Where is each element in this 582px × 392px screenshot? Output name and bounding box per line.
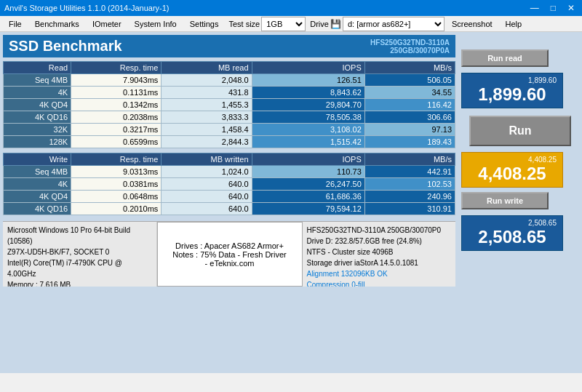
read-table: Read Resp. time MB read IOPS MB/s Seq 4M… [3, 61, 455, 148]
read-resp-3: 0.2038ms [71, 111, 162, 124]
write-mbs-3: 310.91 [364, 203, 455, 215]
main-content: SSD Benchmark HFS250G32TND-3110A 250GB/3… [0, 32, 582, 373]
read-row-label-3: 4K QD16 [4, 111, 71, 124]
write-row-label-3: 4K QD16 [4, 203, 71, 215]
write-table-row: Seq 4MB 9.0313ms 1,024.0 110.73 442.91 [4, 166, 455, 178]
read-iops-2: 29,804.70 [252, 99, 364, 111]
total-score-display: 4,408.25 4,408.25 [461, 152, 579, 188]
write-score-box: 2,508.65 2,508.65 [461, 215, 563, 251]
minimize-button[interactable]: — [527, 3, 542, 13]
write-mbs-1: 102.53 [364, 178, 455, 191]
read-iops-0: 126.51 [252, 74, 364, 87]
ssd-model-line2: 250GB/30070P0A [370, 47, 450, 55]
hfs-storage-driver: Storage driver iaStorA 14.5.0.1081 [307, 257, 452, 268]
read-table-row: 4K QD16 0.2038ms 3,833.3 78,505.38 306.6… [4, 111, 455, 124]
read-iops-1: 8,843.62 [252, 87, 364, 99]
write-resp-2: 0.0648ms [71, 191, 162, 203]
title-text: Anvil's Storage Utilities 1.1.0 (2014-Ja… [4, 4, 169, 12]
drives-note-line1: Drives : Apacer AS682 Armor+ [172, 241, 287, 250]
menu-file[interactable]: File [3, 18, 28, 30]
read-mbs-5: 189.43 [364, 136, 455, 148]
write-iops-1: 26,247.50 [252, 178, 364, 191]
write-mb-0: 1,024.0 [162, 166, 252, 178]
hfs-fs: NTFS - Cluster size 4096B [307, 247, 452, 257]
read-row-label-0: Seq 4MB [4, 74, 71, 87]
os-info: Microsoft Windows 10 Pro 64-bit Build (1… [7, 225, 152, 247]
total-score-box: 4,408.25 4,408.25 [461, 152, 563, 188]
write-score-section: Run write 2,508.65 2,508.65 [461, 192, 579, 251]
read-resp-5: 0.6599ms [71, 136, 162, 148]
read-table-row: Seq 4MB 7.9043ms 2,048.0 126.51 506.05 [4, 74, 455, 87]
read-iops-4: 3,108.02 [252, 124, 364, 136]
read-table-row: 32K 0.3217ms 1,458.4 3,108.02 97.13 [4, 124, 455, 136]
write-iops-col-header: IOPS [252, 153, 364, 166]
write-mb-2: 640.0 [162, 191, 252, 203]
menu-screenshot[interactable]: Screenshot [446, 18, 498, 30]
read-mbs-3: 306.66 [364, 111, 455, 124]
write-mb-col-header: MB written [162, 153, 252, 166]
motherboard-info: Z97X-UD5H-BK/F7, SOCKET 0 [7, 247, 152, 257]
run-write-button[interactable]: Run write [461, 192, 549, 209]
run-button[interactable]: Run [469, 116, 571, 146]
cpu-info: Intel(R) Core(TM) i7-4790K CPU @ 4.00GHz [7, 257, 152, 279]
menu-benchmarks[interactable]: Benchmarks [29, 18, 85, 30]
write-resp-3: 0.2010ms [71, 203, 162, 215]
write-score-display: 2,508.65 2,508.65 [461, 215, 579, 251]
read-row-label-5: 128K [4, 136, 71, 148]
title-controls: — □ ✕ [527, 3, 578, 13]
write-iops-3: 79,594.12 [252, 203, 364, 215]
menu-bar: File Benchmarks IOmeter System Info Sett… [0, 16, 582, 32]
hfs-info-panel: HFS250G32TND-3110A 250GB/30070P0 Drive D… [303, 222, 456, 287]
menu-settings[interactable]: Settings [184, 18, 225, 30]
write-resp-0: 9.0313ms [71, 166, 162, 178]
hfs-model: HFS250G32TND-3110A 250GB/30070P0 [307, 225, 452, 236]
write-mbs-col-header: MB/s [364, 153, 455, 166]
menu-help[interactable]: Help [500, 18, 528, 30]
ssd-model-line1: HFS250G32TND-3110A [370, 39, 450, 47]
read-mb-0: 2,048.0 [162, 74, 252, 87]
close-button[interactable]: ✕ [565, 3, 578, 13]
write-table-row: 4K QD16 0.2010ms 640.0 79,594.12 310.91 [4, 203, 455, 215]
read-sub-score: 1,899.60 [468, 76, 557, 84]
ssd-model-info: HFS250G32TND-3110A 250GB/30070P0A [370, 39, 450, 55]
drive-select[interactable]: d: [armor as682+] [343, 17, 445, 31]
write-sub-score: 2,508.65 [468, 219, 557, 227]
read-table-row: 4K 0.1131ms 431.8 8,843.62 34.55 [4, 87, 455, 99]
menu-iometer[interactable]: IOmeter [87, 18, 127, 30]
write-row-label-1: 4K [4, 178, 71, 191]
write-table: Write Resp. time MB written IOPS MB/s Se… [3, 153, 455, 215]
iops-col-header: IOPS [252, 62, 364, 74]
read-mbs-4: 97.13 [364, 124, 455, 136]
ssd-benchmark-header: SSD Benchmark HFS250G32TND-3110A 250GB/3… [3, 35, 455, 57]
test-size-label: Test size [228, 20, 260, 28]
bottom-info-bar: Microsoft Windows 10 Pro 64-bit Build (1… [3, 221, 455, 287]
hfs-drive: Drive D: 232.8/57.6GB free (24.8%) [307, 236, 452, 247]
read-score-box: 1,899.60 1,899.60 [461, 73, 563, 108]
write-iops-2: 61,686.36 [252, 191, 364, 203]
write-main-score: 2,508.65 [468, 227, 557, 247]
total-score-section: Run 4,408.25 4,408.25 [461, 113, 579, 188]
read-score-section: Run read 1,899.60 1,899.60 [461, 49, 579, 108]
read-mb-2: 1,455.3 [162, 99, 252, 111]
memory-info: Memory : 7,616 MB [7, 279, 152, 287]
menu-system-info[interactable]: System Info [129, 18, 183, 30]
write-iops-0: 110.73 [252, 166, 364, 178]
right-panel: Run read 1,899.60 1,899.60 Run 4,408.25 … [458, 32, 582, 373]
write-table-row: 4K QD4 0.0648ms 640.0 61,686.36 240.96 [4, 191, 455, 203]
write-col-header: Write [4, 153, 71, 166]
read-score-display: 1,899.60 1,899.60 [461, 73, 579, 108]
drive-label: Drive [310, 20, 329, 28]
read-resp-1: 0.1131ms [71, 87, 162, 99]
test-size-select[interactable]: 1GB 100MB 500MB 4GB [261, 17, 306, 31]
resp-time-col-header: Resp. time [71, 62, 162, 74]
write-resp-col-header: Resp. time [71, 153, 162, 166]
run-read-button[interactable]: Run read [461, 49, 549, 67]
mbs-col-header: MB/s [364, 62, 455, 74]
read-row-label-4: 32K [4, 124, 71, 136]
read-mbs-0: 506.05 [364, 74, 455, 87]
write-mb-3: 640.0 [162, 203, 252, 215]
write-resp-1: 0.0381ms [71, 178, 162, 191]
maximize-button[interactable]: □ [548, 3, 559, 13]
read-resp-0: 7.9043ms [71, 74, 162, 87]
run-button-wrap: Run [461, 116, 579, 146]
